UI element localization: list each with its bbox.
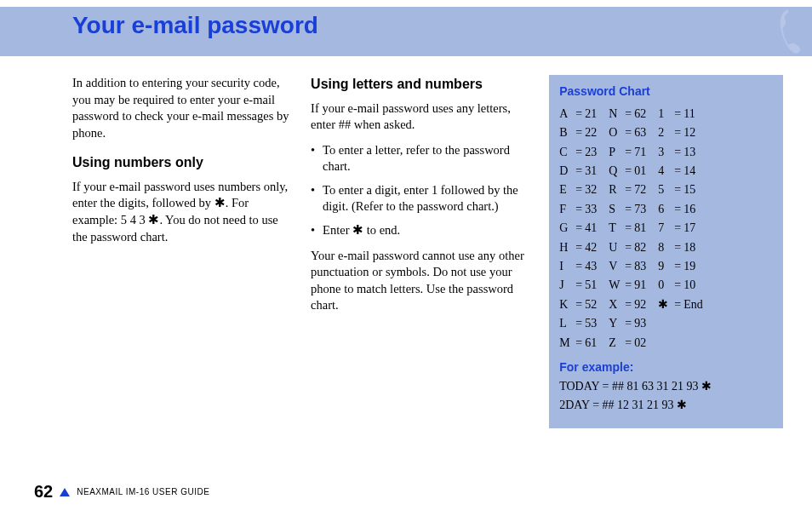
chart-row: S= 73: [609, 202, 646, 218]
chart-row: M= 61: [559, 336, 597, 352]
chart-row: N= 62: [609, 106, 646, 123]
footer: 62 NEAXMAIL IM-16 USER GUIDE: [34, 482, 209, 502]
chart-row: R= 72: [609, 182, 646, 198]
chart-row: V= 83: [609, 259, 646, 275]
column-1: In addition to entering your security co…: [72, 75, 294, 428]
chart-row: 4= 14: [658, 163, 703, 180]
chart-row: Y= 93: [609, 316, 646, 332]
chart-row: 0= 10: [658, 278, 703, 294]
chart-row: T= 81: [609, 221, 646, 237]
example-label: For example:: [559, 359, 773, 376]
chart-row: X= 92: [609, 297, 646, 313]
chart-row: 2= 12: [658, 125, 703, 141]
chart-col-2: N= 62O= 63P= 71Q= 01R= 72S= 73T= 81U= 82…: [609, 106, 646, 352]
chart-col-3: 1= 112= 123= 134= 145= 156= 167= 178= 18…: [658, 106, 703, 352]
chart-row: Z= 02: [609, 336, 646, 352]
chart-grid: A= 21B= 22C= 23D= 31E= 32F= 33G= 41H= 42…: [559, 106, 773, 352]
chart-row: 9= 19: [658, 259, 703, 275]
bullet-item: To enter a letter, refer to the password…: [311, 142, 532, 175]
section2-p2: Your e-mail password cannot use any othe…: [311, 248, 532, 314]
chart-row: 5= 15: [658, 182, 703, 198]
chart-row: 7= 17: [658, 221, 703, 237]
chart-row: E= 32: [559, 182, 597, 198]
bullet-item: Enter ✱ to end.: [311, 222, 532, 239]
chart-row: B= 22: [559, 125, 597, 141]
example-2: 2DAY = ## 12 31 21 93 ✱: [559, 398, 773, 414]
chart-row: W= 91: [609, 278, 646, 294]
chart-row: L= 53: [559, 316, 597, 332]
chart-row: I= 43: [559, 259, 597, 275]
chart-row: P= 71: [609, 145, 646, 161]
triangle-icon: [60, 488, 70, 496]
chart-col-1: A= 21B= 22C= 23D= 31E= 32F= 33G= 41H= 42…: [559, 106, 597, 352]
chart-row: 8= 18: [658, 240, 703, 256]
chart-title: Password Chart: [559, 83, 773, 100]
page-title: Your e-mail password: [72, 12, 318, 39]
document-page: Your e-mail password In addition to ente…: [0, 0, 812, 522]
chart-row: Q= 01: [609, 163, 646, 180]
section1-heading: Using numbers only: [72, 153, 294, 172]
page-number: 62: [34, 482, 53, 502]
intro-paragraph: In addition to entering your security co…: [72, 75, 294, 141]
chart-row: H= 42: [559, 240, 597, 256]
section2-heading: Using letters and numbers: [311, 75, 532, 94]
content-area: In addition to entering your security co…: [72, 75, 783, 428]
chart-row: C= 23: [559, 145, 597, 161]
section1-body: If your e-mail password uses numbers onl…: [72, 179, 294, 245]
column-3: Password Chart A= 21B= 22C= 23D= 31E= 32…: [549, 75, 783, 428]
footer-guide: NEAXMAIL IM-16 USER GUIDE: [77, 487, 209, 496]
column-2: Using letters and numbers If your e-mail…: [311, 75, 532, 428]
chart-row: 1= 11: [658, 106, 703, 123]
chart-row: A= 21: [559, 106, 597, 123]
chart-row: J= 51: [559, 278, 597, 294]
chart-row: U= 82: [609, 240, 646, 256]
chart-row: O= 63: [609, 125, 646, 141]
chart-row: ✱= End: [658, 297, 703, 313]
password-chart: Password Chart A= 21B= 22C= 23D= 31E= 32…: [549, 75, 783, 428]
chart-row: D= 31: [559, 163, 597, 180]
bullet-item: To enter a digit, enter 1 followed by th…: [311, 182, 532, 215]
phone-icon: [759, 7, 802, 56]
section2-bullets: To enter a letter, refer to the password…: [311, 142, 532, 239]
chart-row: F= 33: [559, 202, 597, 218]
example-1: TODAY = ## 81 63 31 21 93 ✱: [559, 379, 773, 395]
chart-row: K= 52: [559, 297, 597, 313]
chart-row: 3= 13: [658, 145, 703, 161]
chart-row: G= 41: [559, 221, 597, 237]
chart-row: 6= 16: [658, 202, 703, 218]
section2-p1: If your e-mail password uses any letters…: [311, 100, 532, 134]
